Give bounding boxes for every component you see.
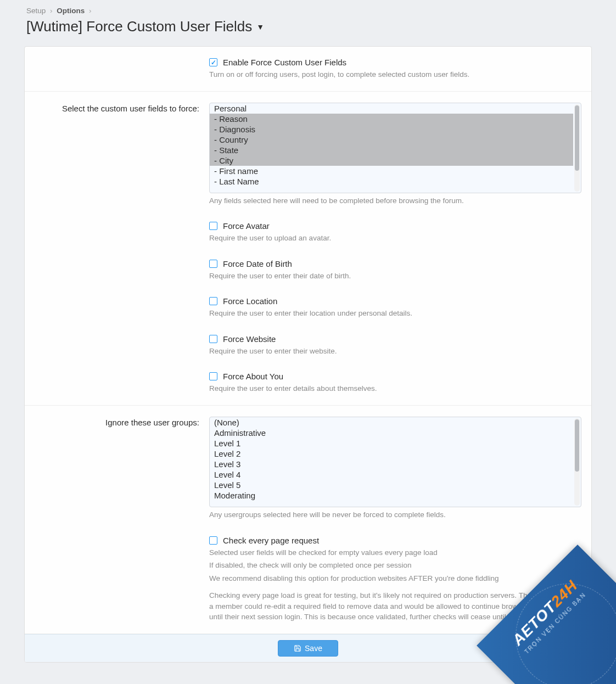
ignore-groups-help: Any usergroups selected here will be nev… (209, 509, 581, 520)
check-every-checkbox[interactable] (209, 536, 217, 545)
force-avatar-label[interactable]: Force Avatar (223, 221, 270, 231)
listbox-item[interactable]: - Country (210, 134, 573, 145)
listbox-item[interactable]: Level 5 (210, 480, 573, 490)
force-about-help: Require the user to enter details about … (209, 383, 581, 394)
caret-down-icon: ▼ (256, 23, 264, 31)
ignore-groups-listbox[interactable]: (None)AdministrativeLevel 1Level 2Level … (209, 417, 581, 507)
ignore-groups-label: Ignore these user groups: (25, 417, 209, 623)
listbox-item[interactable]: Level 2 (210, 448, 573, 459)
check-every-label[interactable]: Check every page request (223, 536, 319, 545)
listbox-item[interactable]: Personal (210, 103, 573, 114)
listbox-item[interactable]: Level 3 (210, 459, 573, 469)
check-every-help-3: We recommend disabling this option for p… (209, 573, 581, 584)
listbox-item[interactable]: - Last Name (210, 176, 573, 187)
force-location-help: Require the user to enter their location… (209, 308, 581, 319)
listbox-item[interactable]: Level 1 (210, 438, 573, 448)
fields-help: Any fields selected here will need to be… (209, 195, 581, 206)
force-location-label[interactable]: Force Location (223, 296, 277, 306)
force-avatar-checkbox[interactable] (209, 222, 217, 230)
force-avatar-help: Require the user to upload an avatar. (209, 233, 581, 244)
force-dob-checkbox[interactable] (209, 260, 217, 268)
listbox-item[interactable]: - Diagnosis (210, 124, 573, 134)
chevron-right-icon: › (89, 7, 92, 15)
panel-footer: Save (25, 634, 591, 662)
enable-label[interactable]: Enable Force Custom User Fields (223, 58, 346, 67)
fields-select-label: Select the custom user fields to force: (25, 103, 209, 394)
chevron-right-icon: › (50, 7, 53, 15)
force-location-checkbox[interactable] (209, 297, 217, 305)
force-about-label[interactable]: Force About You (223, 372, 283, 381)
breadcrumb-setup[interactable]: Setup (26, 7, 46, 15)
check-every-help-1: Selected user fields will be checked for… (209, 547, 581, 558)
page-title-row[interactable]: [Wutime] Force Custom User Fields ▼ (24, 17, 592, 44)
save-button-label: Save (305, 644, 322, 653)
listbox-item[interactable]: - State (210, 145, 573, 155)
breadcrumb: Setup › Options › (24, 5, 592, 17)
options-panel: Enable Force Custom User Fields Turn on … (24, 46, 592, 663)
check-every-note: Checking every page load is great for te… (209, 590, 581, 623)
force-website-label[interactable]: Force Website (223, 334, 276, 344)
check-every-help-2: If disabled, the check will only be comp… (209, 560, 581, 571)
listbox-item[interactable]: - First name (210, 166, 573, 176)
breadcrumb-options[interactable]: Options (57, 7, 85, 15)
listbox-item[interactable]: - City (210, 155, 573, 166)
force-about-checkbox[interactable] (209, 372, 217, 380)
save-icon (294, 644, 301, 652)
listbox-item[interactable]: - Reason (210, 114, 573, 124)
save-button[interactable]: Save (278, 640, 338, 657)
listbox-item[interactable]: Moderating (210, 490, 573, 501)
fields-listbox[interactable]: Personal- Reason- Diagnosis- Country- St… (209, 103, 581, 193)
force-website-help: Require the user to enter their website. (209, 346, 581, 357)
enable-help: Turn on or off forcing users, post login… (209, 69, 581, 80)
listbox-item[interactable]: (None) (210, 417, 573, 428)
section-spacer (25, 58, 209, 80)
page-title: [Wutime] Force Custom User Fields (26, 18, 252, 35)
scrollbar[interactable] (574, 418, 580, 506)
listbox-item[interactable]: Administrative (210, 428, 573, 438)
enable-checkbox[interactable] (209, 58, 217, 66)
scrollbar[interactable] (574, 104, 580, 192)
listbox-item[interactable]: Level 4 (210, 469, 573, 480)
force-dob-label[interactable]: Force Date of Birth (223, 259, 292, 268)
force-website-checkbox[interactable] (209, 335, 217, 343)
force-dob-help: Require the user to enter their date of … (209, 271, 581, 282)
